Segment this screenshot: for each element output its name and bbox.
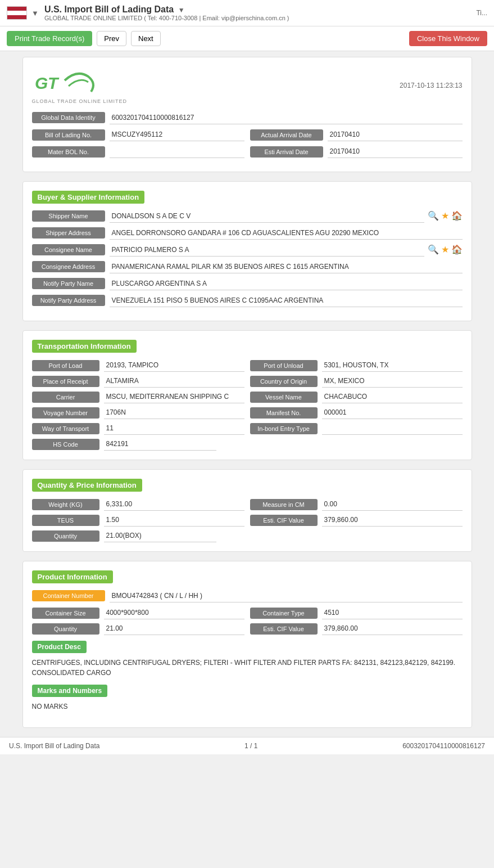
manifest-no-cell: Manifest No. 000001: [250, 407, 463, 419]
mater-bol-value: [110, 146, 244, 158]
hs-code-label: HS Code: [32, 439, 99, 450]
global-data-identity-label: Global Data Identity: [32, 112, 105, 123]
product-esti-cif-value: 379,860.00: [322, 623, 463, 635]
product-quantity-label: Quantity: [32, 623, 99, 635]
marks-label: Marks and Numbers: [32, 685, 108, 697]
container-type-value: 4510: [322, 607, 463, 619]
shipper-address-label: Shipper Address: [32, 227, 105, 239]
consignee-search-icon[interactable]: 🔍: [428, 244, 439, 255]
marks-section: Marks and Numbers NO MARKS: [32, 685, 463, 712]
teus-value: 1.50: [104, 514, 244, 527]
shipper-icons: 🔍 ★ 🏠: [428, 210, 463, 221]
vessel-name-cell: Vessel Name CHACABUCO: [250, 391, 463, 403]
inbond-entry-cell: In-bond Entry Type: [250, 422, 463, 435]
consignee-address-label: Consignee Address: [32, 261, 105, 272]
bol-left: Bill of Lading No. MSCUZY495112: [32, 129, 244, 141]
measure-value: 0.00: [322, 498, 463, 511]
card-header: G T GLOBAL TRADE ONLINE LIMITED 2017-10-…: [32, 66, 463, 104]
vessel-name-label: Vessel Name: [250, 392, 318, 403]
product-esti-cif-cell: Esti. CIF Value 379,860.00: [250, 623, 463, 635]
notify-party-address-label: Notify Party Address: [32, 295, 105, 306]
consignee-name-value: PATRICIO PALMERO S A: [110, 244, 424, 257]
print-button[interactable]: Print Trade Record(s): [7, 31, 92, 46]
esti-arrival-right: Esti Arrival Date 20170410: [250, 146, 463, 158]
manifest-no-label: Manifest No.: [250, 407, 318, 419]
country-of-origin-label: Country of Origin: [250, 376, 318, 387]
country-of-origin-cell: Country of Origin MX, MEXICO: [250, 375, 463, 388]
prev-button[interactable]: Prev: [97, 31, 126, 46]
actual-arrival-label: Actual Arrival Date: [250, 129, 323, 141]
vessel-name-value: CHACABUCO: [322, 391, 463, 403]
next-button[interactable]: Next: [131, 31, 161, 46]
measure-label: Measure in CM: [250, 499, 318, 510]
global-data-identity-row: Global Data Identity 6003201704110000816…: [32, 112, 463, 124]
measure-cell: Measure in CM 0.00: [250, 498, 463, 511]
notify-party-name-value: PLUSCARGO ARGENTINA S A: [110, 278, 463, 290]
close-button[interactable]: Close This Window: [409, 31, 487, 46]
esti-cif-qp-label: Esti. CIF Value: [250, 515, 318, 526]
main-content: G T GLOBAL TRADE ONLINE LIMITED 2017-10-…: [17, 57, 478, 728]
teus-label: TEUS: [32, 515, 99, 526]
notify-party-address-row: Notify Party Address VENEZUELA 151 PISO …: [32, 295, 463, 307]
consignee-home-icon[interactable]: 🏠: [451, 244, 463, 255]
way-of-transport-label: Way of Transport: [32, 423, 99, 434]
search-icon[interactable]: 🔍: [428, 210, 439, 221]
shipper-address-value: ANGEL DORRONSORO GANDARA # 106 CD AGUASC…: [110, 227, 463, 240]
shipper-address-row: Shipper Address ANGEL DORRONSORO GANDARA…: [32, 227, 463, 240]
hs-code-value: 842191: [104, 438, 216, 451]
voyage-number-cell: Voyage Number 1706N: [32, 407, 244, 419]
consignee-icons: 🔍 ★ 🏠: [428, 244, 463, 255]
logo-area: G T GLOBAL TRADE ONLINE LIMITED: [32, 66, 128, 104]
carrier-value: MSCU, MEDITERRANEAN SHIPPING C: [104, 391, 244, 403]
notify-party-address-value: VENEZUELA 151 PISO 5 BUENOS AIRES C C109…: [110, 295, 463, 307]
mater-bol-label: Mater BOL No.: [32, 146, 105, 158]
flag-icon: [7, 6, 27, 20]
transportation-title: Transportation Information: [32, 340, 137, 353]
way-of-transport-value: 11: [104, 422, 244, 435]
product-desc-text: CENTRIFUGES, INCLUDING CENTRIFUGAL DRYER…: [32, 658, 463, 678]
container-number-value: BMOU4742843 ( CN / L / HH ): [110, 590, 463, 602]
quantity-price-title: Quantity & Price Information: [32, 479, 142, 492]
product-grid: Container Size 4000*900*800 Container Ty…: [32, 607, 463, 635]
product-quantity-value: 21.00: [104, 623, 244, 635]
notify-party-name-row: Notify Party Name PLUSCARGO ARGENTINA S …: [32, 278, 463, 290]
product-title: Product Information: [32, 570, 113, 583]
country-of-origin-value: MX, MEXICO: [322, 375, 463, 388]
esti-arrival-value: 20170410: [328, 146, 463, 158]
container-size-cell: Container Size 4000*900*800: [32, 607, 244, 619]
footer-right: 6003201704110000816127: [402, 742, 485, 750]
product-desc-label: Product Desc: [32, 641, 87, 653]
consignee-star-icon[interactable]: ★: [441, 244, 449, 255]
container-number-label: Container Number: [32, 590, 105, 601]
global-data-identity-value: 6003201704110000816127: [110, 112, 463, 124]
subtitle: GLOBAL TRADE ONLINE LIMITED ( Tel: 400-7…: [44, 15, 289, 21]
buyer-supplier-card: Buyer & Supplier Information Shipper Nam…: [22, 181, 472, 321]
weight-value: 6,331.00: [104, 498, 244, 511]
port-of-load-label: Port of Load: [32, 360, 99, 371]
mater-bol-row: Mater BOL No. Esti Arrival Date 20170410: [32, 146, 463, 158]
svg-text:T: T: [48, 74, 60, 92]
transportation-grid: Port of Load 20193, TAMPICO Port of Unlo…: [32, 359, 463, 451]
footer: U.S. Import Bill of Lading Data 1 / 1 60…: [0, 737, 494, 754]
way-of-transport-cell: Way of Transport 11: [32, 422, 244, 435]
bol-value: MSCUZY495112: [110, 129, 244, 141]
bol-row: Bill of Lading No. MSCUZY495112 Actual A…: [32, 129, 463, 141]
home-icon[interactable]: 🏠: [451, 210, 463, 221]
quantity-qp-cell: Quantity 21.00(BOX): [32, 530, 463, 542]
notify-party-name-label: Notify Party Name: [32, 278, 105, 289]
star-icon[interactable]: ★: [441, 210, 449, 221]
esti-cif-qp-cell: Esti. CIF Value 379,860.00: [250, 514, 463, 527]
title-arrow: ▼: [178, 6, 185, 14]
place-of-receipt-label: Place of Receipt: [32, 376, 99, 387]
quantity-qp-value: 21.00(BOX): [104, 530, 216, 542]
app-title: U.S. Import Bill of Lading Data: [44, 5, 174, 14]
quantity-price-grid: Weight (KG) 6,331.00 Measure in CM 0.00 …: [32, 498, 463, 542]
voyage-number-value: 1706N: [104, 407, 244, 419]
svg-text:G: G: [35, 74, 48, 92]
carrier-label: Carrier: [32, 392, 99, 403]
shipper-name-row: Shipper Name DONALDSON S A DE C V 🔍 ★ 🏠: [32, 210, 463, 223]
bol-label: Bill of Lading No.: [32, 129, 105, 141]
footer-center: 1 / 1: [244, 742, 257, 750]
transportation-card: Transportation Information Port of Load …: [22, 330, 472, 460]
identity-card: G T GLOBAL TRADE ONLINE LIMITED 2017-10-…: [22, 57, 472, 172]
